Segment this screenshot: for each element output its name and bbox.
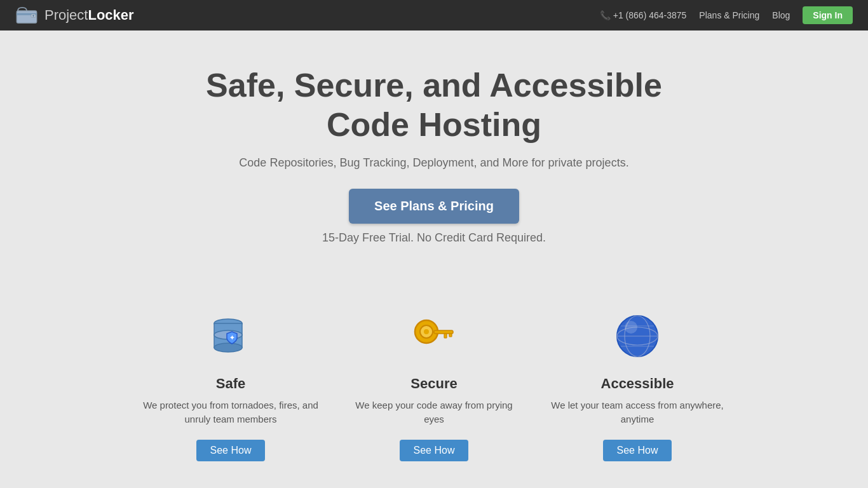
secure-see-how-button[interactable]: See How <box>400 440 469 461</box>
safe-see-how-button[interactable]: See How <box>196 440 266 461</box>
logo[interactable]: ProjectLocker <box>15 6 134 24</box>
accessible-desc: We let your team access from anywhere, a… <box>548 398 726 427</box>
navbar: ProjectLocker 📞 +1 (866) 464-3875 Plans … <box>0 0 868 30</box>
sign-in-button[interactable]: Sign In <box>803 6 853 24</box>
navbar-right: 📞 +1 (866) 464-3875 Plans & Pricing Blog… <box>600 6 853 24</box>
logo-icon <box>15 6 38 24</box>
trial-text: 15-Day Free Trial. No Credit Card Requir… <box>13 231 855 245</box>
accessible-see-how-button[interactable]: See How <box>603 440 672 461</box>
secure-desc: We keep your code away from prying eyes <box>345 398 523 427</box>
svg-point-6 <box>214 343 242 352</box>
phone-number: 📞 +1 (866) 464-3875 <box>600 10 686 20</box>
svg-point-11 <box>424 329 429 334</box>
safe-title: Safe <box>142 376 320 392</box>
accessible-icon-svg <box>611 309 665 363</box>
svg-point-3 <box>32 15 34 17</box>
feature-accessible: Accessible We let your team access from … <box>536 308 739 461</box>
safe-icon: ✦ <box>202 308 259 365</box>
hero-section: Safe, Secure, and Accessible Code Hostin… <box>0 30 868 289</box>
secure-icon <box>405 308 463 365</box>
svg-point-21 <box>625 321 637 334</box>
secure-icon-svg <box>407 309 461 363</box>
svg-rect-12 <box>434 330 453 334</box>
hero-headline: Safe, Secure, and Accessible Code Hostin… <box>13 65 855 145</box>
feature-safe: ✦ Safe We protect you from tornadoes, fi… <box>129 308 332 461</box>
safe-icon-svg: ✦ <box>204 309 258 363</box>
see-plans-pricing-button[interactable]: See Plans & Pricing <box>349 189 519 224</box>
svg-text:✦: ✦ <box>229 334 235 341</box>
hero-subheading: Code Repositories, Bug Tracking, Deploym… <box>13 156 855 170</box>
logo-text: ProjectLocker <box>44 7 134 24</box>
features-section: ✦ Safe We protect you from tornadoes, fi… <box>0 289 868 487</box>
safe-desc: We protect you from tornadoes, fires, an… <box>142 398 320 427</box>
feature-secure: Secure We keep your code away from pryin… <box>332 308 536 461</box>
blog-nav-link[interactable]: Blog <box>772 10 790 20</box>
secure-title: Secure <box>345 376 523 392</box>
svg-rect-14 <box>449 334 452 337</box>
svg-rect-13 <box>444 334 447 338</box>
plans-pricing-nav-link[interactable]: Plans & Pricing <box>699 10 759 20</box>
accessible-icon <box>609 308 666 365</box>
accessible-title: Accessible <box>548 376 726 392</box>
